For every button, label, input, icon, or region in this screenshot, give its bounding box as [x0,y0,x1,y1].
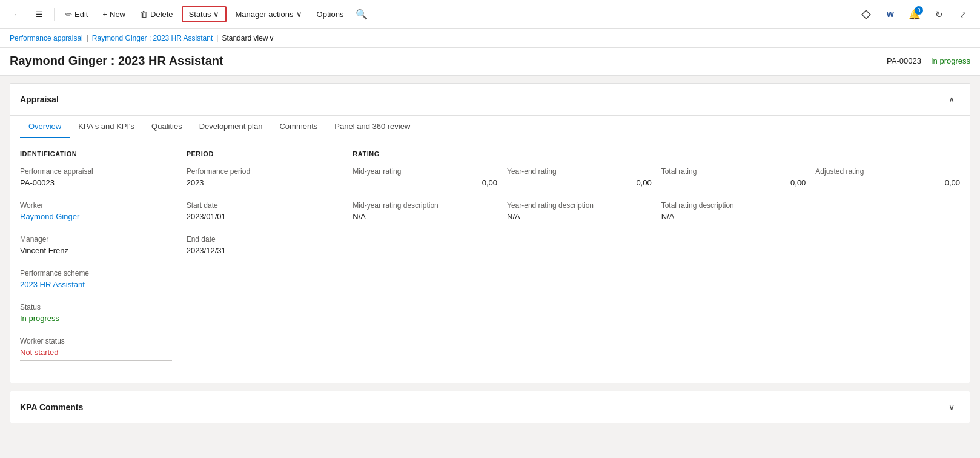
view-chevron-icon: ∨ [269,34,274,42]
tab-comments[interactable]: Comments [271,116,326,138]
start-date-field: Start date 2023/01/01 [187,201,339,225]
hamburger-button[interactable]: ☰ [30,6,49,22]
adjusted-rating-desc-placeholder [815,201,960,225]
refresh-button[interactable]: ↻ [929,5,949,24]
performance-period-label: Performance period [187,167,339,176]
edit-label: Edit [74,10,88,19]
word-icon-button[interactable]: W [881,5,900,24]
manager-actions-label: Manager actions [235,10,293,19]
manager-actions-button[interactable]: Manager actions ∨ [229,6,308,22]
performance-period-value: 2023 [187,178,339,191]
worker-label: Worker [20,201,172,210]
diamond-icon [861,10,871,19]
notification-badge: 0 [915,6,923,15]
end-date-value: 2023/12/31 [187,246,339,259]
page-meta: PA-00023 In progress [887,56,970,65]
worker-value[interactable]: Raymond Ginger [20,212,172,225]
manager-label: Manager [20,235,172,244]
performance-scheme-value[interactable]: 2023 HR Assistant [20,280,172,293]
delete-icon: 🗑 [140,10,148,19]
performance-period-field: Performance period 2023 [187,167,339,191]
breadcrumb-record[interactable]: Raymond Ginger : 2023 HR Assistant [92,34,213,42]
notifications-button[interactable]: 🔔 0 [905,5,924,24]
options-button[interactable]: Options [311,6,350,22]
start-date-value: 2023/01/01 [187,212,339,225]
breadcrumb: Performance appraisal | Raymond Ginger :… [0,29,980,48]
tab-overview[interactable]: Overview [20,116,70,138]
adjusted-rating-field: Adjusted rating 0,00 [815,167,960,191]
identification-group-title: IDENTIFICATION [20,150,172,158]
breadcrumb-performance-appraisal[interactable]: Performance appraisal [10,34,83,42]
word-icon: W [887,10,894,19]
tabs-bar: Overview KPA's and KPI's Qualities Devel… [10,116,970,138]
status-label: Status [189,10,211,19]
identification-column: IDENTIFICATION Performance appraisal PA-… [20,150,187,371]
delete-label: Delete [150,10,173,19]
mid-year-rating-label: Mid-year rating [353,167,497,176]
rating-column: RATING Mid-year rating 0,00 Year-end rat… [353,150,960,371]
search-icon: 🔍 [356,8,368,20]
manager-value: Vincent Frenz [20,246,172,259]
mid-year-desc-value: N/A [353,212,497,225]
kpa-expand-button[interactable]: ∨ [943,399,960,416]
total-desc-label: Total rating description [661,201,806,210]
breadcrumb-sep-1: | [87,34,88,42]
year-end-desc-value: N/A [507,212,652,225]
new-button[interactable]: + New [96,6,131,22]
tab-qualities[interactable]: Qualities [143,116,191,138]
view-dropdown[interactable]: Standard view ∨ [222,34,274,42]
performance-appraisal-field: Performance appraisal PA-00023 [20,167,172,191]
back-button[interactable]: ← [7,6,27,22]
nav-bar: ← ☰ ✏ Edit + New 🗑 Delete Status ∨ Manag… [0,0,980,29]
rating-group-title: RATING [353,150,960,158]
mid-year-rating-value: 0,00 [353,178,497,191]
external-link-icon: ⤢ [959,10,967,19]
total-rating-value: 0,00 [661,178,806,191]
manager-actions-chevron-icon: ∨ [296,10,302,19]
adjusted-rating-label: Adjusted rating [815,167,960,176]
total-desc-field: Total rating description N/A [661,201,816,225]
form-content: IDENTIFICATION Performance appraisal PA-… [10,138,970,383]
page-header: Raymond Ginger : 2023 HR Assistant PA-00… [0,48,980,76]
nav-separator-1 [54,8,55,21]
appraisal-section-title: Appraisal [20,95,59,104]
search-button[interactable]: 🔍 [352,5,371,24]
year-end-desc-label: Year-end rating description [507,201,652,210]
status-label: Status [20,303,172,311]
total-rating-label: Total rating [661,167,806,176]
worker-status-label: Worker status [20,337,172,345]
mid-year-rating-field: Mid-year rating 0,00 [353,167,507,191]
diamond-icon-button[interactable] [856,5,876,24]
edit-button[interactable]: ✏ Edit [59,6,94,22]
page-title: Raymond Ginger : 2023 HR Assistant [10,54,223,68]
performance-appraisal-value: PA-00023 [20,178,172,191]
svg-marker-0 [862,10,870,19]
back-icon: ← [13,10,21,19]
page-status-badge: In progress [931,56,970,65]
status-value: In progress [20,314,172,327]
tab-kpa-kpi[interactable]: KPA's and KPI's [70,116,143,138]
appraisal-collapse-button[interactable]: ∧ [943,91,960,108]
page-record-id: PA-00023 [887,56,921,65]
new-label: New [110,10,125,19]
status-button[interactable]: Status ∨ [182,6,227,22]
status-chevron-icon: ∨ [213,10,219,19]
worker-status-value: Not started [20,348,172,361]
performance-scheme-label: Performance scheme [20,269,172,277]
mid-year-desc-field: Mid-year rating description N/A [353,201,507,225]
adjusted-rating-value: 0,00 [815,178,960,191]
nav-right-icons: W 🔔 0 ↻ ⤢ [856,5,973,24]
form-columns: IDENTIFICATION Performance appraisal PA-… [20,150,960,371]
end-date-field: End date 2023/12/31 [187,235,339,259]
year-end-rating-label: Year-end rating [507,167,652,176]
kpa-comments-title: KPA Comments [20,402,83,412]
rating-top-row: Mid-year rating 0,00 Year-end rating 0,0… [353,167,960,201]
external-link-button[interactable]: ⤢ [953,5,973,24]
start-date-label: Start date [187,201,339,210]
worker-status-field: Worker status Not started [20,337,172,361]
tab-panel-360[interactable]: Panel and 360 review [326,116,419,138]
tab-development-plan[interactable]: Development plan [191,116,271,138]
delete-button[interactable]: 🗑 Delete [134,6,179,22]
edit-icon: ✏ [65,10,72,19]
main-content: Appraisal ∧ Overview KPA's and KPI's Qua… [0,76,980,431]
